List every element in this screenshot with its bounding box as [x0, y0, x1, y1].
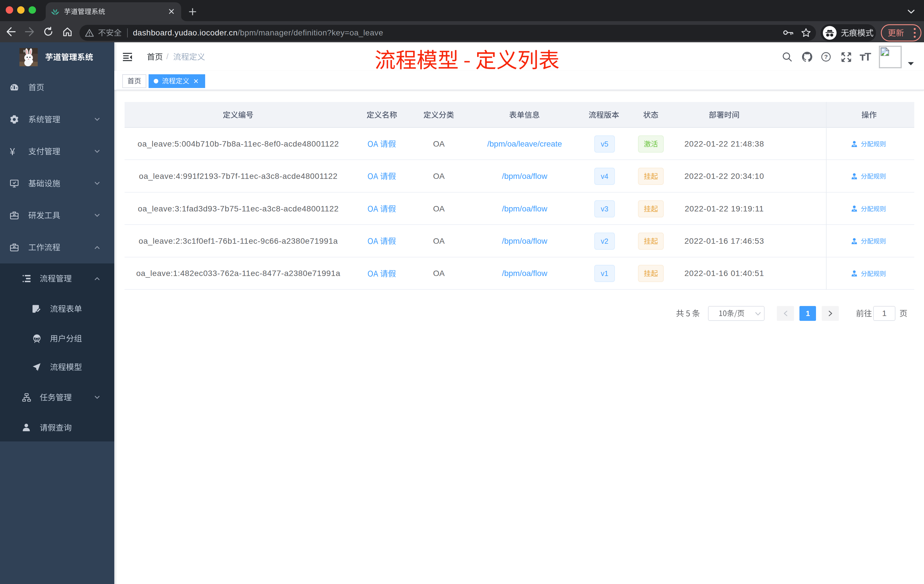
svg-text:?: ? — [824, 53, 828, 60]
